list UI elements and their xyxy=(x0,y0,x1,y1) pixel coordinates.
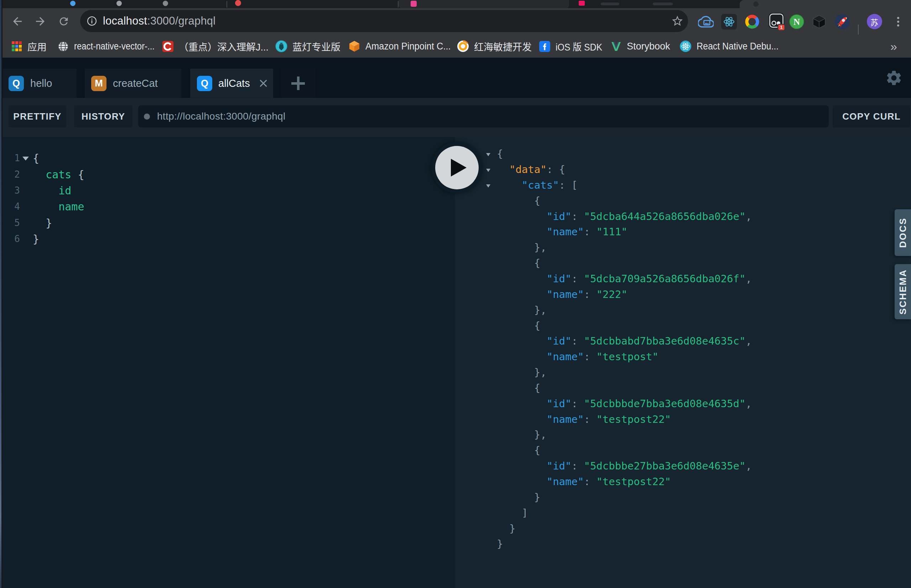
browser-tab-strip[interactable] xyxy=(3,0,911,8)
bookmark-ios-sdk[interactable]: iOS 版 SDK xyxy=(539,35,607,58)
tab-hello[interactable]: Q hello xyxy=(3,69,76,98)
extension-rocket[interactable] xyxy=(832,8,852,35)
green-v-icon xyxy=(610,40,622,52)
editor-fold-icon[interactable] xyxy=(23,157,29,160)
chevron-double-icon: » xyxy=(890,39,897,53)
extension-color-wheel[interactable] xyxy=(742,8,762,35)
browser-tab-favicon-gray2[interactable] xyxy=(163,1,168,6)
tab-label: createCat xyxy=(113,78,158,89)
reload-button[interactable] xyxy=(54,11,74,31)
rocket-icon xyxy=(834,13,850,30)
forward-icon xyxy=(34,15,47,28)
browser-tab-favicon-gray[interactable] xyxy=(117,1,122,6)
browser-toolbar: localhost:3000/graphql xyxy=(3,8,911,35)
color-wheel-icon xyxy=(744,13,761,30)
settings-button[interactable] xyxy=(883,67,905,89)
browser-tab-separator xyxy=(227,1,227,8)
n-green-icon: N xyxy=(789,14,804,29)
docs-tab[interactable]: DOCS xyxy=(895,209,911,256)
bookmark-star-icon[interactable] xyxy=(671,15,684,27)
prettify-button[interactable]: PRETTIFY xyxy=(8,105,66,128)
play-icon xyxy=(451,159,466,176)
browser-tab-favicon-pink[interactable] xyxy=(411,1,417,7)
bookmark-shendu[interactable]: （重点）深入理解J... xyxy=(162,35,269,58)
execute-button[interactable] xyxy=(431,142,482,193)
bookmark-storybook[interactable]: Storybook xyxy=(610,35,670,58)
bookmark-apps[interactable]: 应用 xyxy=(11,35,47,58)
back-button[interactable] xyxy=(8,11,28,31)
plus-icon xyxy=(291,76,305,90)
bookmark-label: （重点）深入理解J... xyxy=(179,39,269,53)
globe-icon xyxy=(57,40,69,52)
tab-createcat[interactable]: M createCat xyxy=(85,69,181,98)
gear-icon xyxy=(885,69,903,87)
tab-label: allCats xyxy=(218,78,250,89)
bookmark-label: 蓝灯专业版 xyxy=(292,39,340,53)
bookmark-label: react-native-vector-... xyxy=(74,41,155,52)
bookmark-label: Amazon Pinpoint C... xyxy=(366,41,451,52)
browser-tab-favicon-red[interactable] xyxy=(235,0,241,6)
menu-button[interactable] xyxy=(888,8,908,35)
toolbar-separator xyxy=(858,24,859,34)
bookmark-label: 应用 xyxy=(28,39,47,53)
result-fold-icon[interactable] xyxy=(486,169,490,172)
kebab-menu-icon xyxy=(892,15,905,28)
forward-button[interactable] xyxy=(30,11,50,31)
copy-curl-button[interactable]: COPY CURL xyxy=(833,105,910,128)
svg-text:N: N xyxy=(793,17,800,26)
react-devtools-icon xyxy=(721,13,737,30)
query-badge: Q xyxy=(197,76,212,91)
extension-n-green[interactable]: N xyxy=(787,8,807,35)
url-text[interactable]: localhost:3000/graphql xyxy=(103,15,215,27)
result-fold-icon[interactable] xyxy=(486,184,490,187)
browser-tab-favicon-magenta[interactable] xyxy=(579,1,585,6)
browser-tab-title-smudge xyxy=(601,3,619,5)
browser-active-tab[interactable] xyxy=(740,0,911,8)
history-button[interactable]: HISTORY xyxy=(74,105,133,128)
browser-tab-favicon-blue[interactable] xyxy=(70,1,76,6)
bookmark-honghai[interactable]: 红海敏捷开发 xyxy=(457,35,532,58)
bookmark-landeng[interactable]: 蓝灯专业版 xyxy=(275,35,340,58)
endpoint-input[interactable]: http://localhost:3000/graphql xyxy=(138,105,829,128)
bookmarks-bar: 应用 react-native-vector-... （重点）深入理解J... xyxy=(3,35,911,58)
back-icon xyxy=(11,15,24,28)
profile-avatar[interactable]: 苏 xyxy=(864,8,884,35)
bookmark-label: Storybook xyxy=(627,41,670,52)
bookmark-amazon-pinpoint[interactable]: Amazon Pinpoint C... xyxy=(348,35,456,58)
playground-tab-bar: Q hello M createCat Q allCats xyxy=(3,58,911,98)
bookmark-react-native-vector[interactable]: react-native-vector-... xyxy=(57,35,165,58)
url-host: localhost xyxy=(103,15,147,27)
extension-cube[interactable] xyxy=(809,8,829,35)
endpoint-url: http://localhost:3000/graphql xyxy=(157,111,286,122)
recorder-icon: 1 xyxy=(767,12,786,32)
bookmark-label: iOS 版 SDK xyxy=(555,39,602,53)
playground-toolbar: PRETTIFY HISTORY http://localhost:3000/g… xyxy=(3,98,911,137)
new-tab-button[interactable] xyxy=(281,69,316,98)
extension-recorder[interactable]: 1 xyxy=(767,8,787,35)
result-fold-icon[interactable] xyxy=(486,153,490,156)
schema-tab[interactable]: SCHEMA xyxy=(895,264,911,319)
svg-text:1: 1 xyxy=(780,25,783,30)
avatar-circle: 苏 xyxy=(867,14,882,29)
address-bar[interactable]: localhost:3000/graphql xyxy=(80,10,688,32)
apps-grid-icon xyxy=(11,40,23,52)
cube-icon xyxy=(812,14,827,29)
facebook-icon xyxy=(539,40,550,52)
url-path: :3000/graphql xyxy=(147,15,215,27)
bookmark-label: 红海敏捷开发 xyxy=(474,39,532,53)
bookmarks-overflow-button[interactable]: » xyxy=(890,35,897,58)
endpoint-status-dot xyxy=(144,113,150,120)
browser-tab[interactable] xyxy=(398,0,569,8)
extension-cloud-photos[interactable] xyxy=(696,8,716,35)
bookmark-rn-debugger[interactable]: React Native Debu... xyxy=(680,35,785,58)
react-icon xyxy=(680,40,692,52)
extension-react-devtools[interactable] xyxy=(719,8,739,35)
site-info-icon[interactable] xyxy=(87,16,97,26)
execute-button-circle xyxy=(435,146,479,189)
screen: localhost:3000/graphql xyxy=(0,0,911,588)
browser-tab-title-smudge xyxy=(653,3,673,5)
profile-initial: 苏 xyxy=(871,16,878,27)
tab-allcats[interactable]: Q allCats xyxy=(190,69,273,98)
query-badge: Q xyxy=(8,76,24,91)
close-tab-icon[interactable] xyxy=(259,79,268,88)
